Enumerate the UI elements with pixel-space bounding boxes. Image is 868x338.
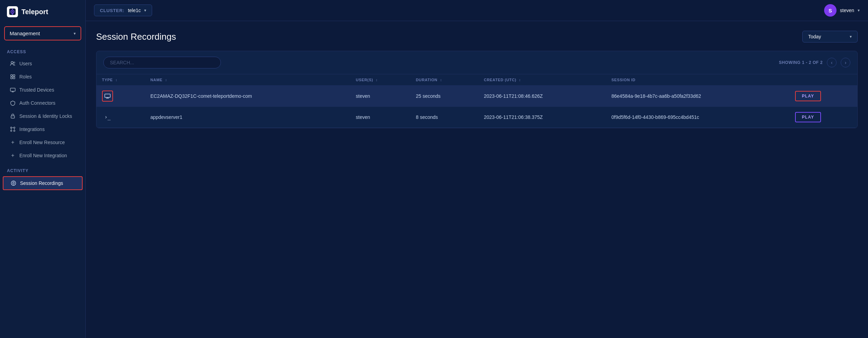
page-header: Session Recordings Today ▾ — [96, 31, 858, 43]
cell-play: PLAY — [790, 86, 857, 107]
svg-rect-7 — [11, 75, 12, 76]
sidebar-item-auth-connectors[interactable]: Auth Connectors — [3, 97, 83, 109]
user-area[interactable]: S steven ▾ — [824, 4, 860, 17]
sidebar-item-trusted-devices-label: Trusted Devices — [19, 87, 54, 93]
user-avatar: S — [824, 4, 837, 17]
svg-rect-14 — [11, 116, 15, 118]
svg-point-5 — [11, 62, 13, 64]
svg-point-2 — [12, 11, 13, 12]
date-filter-chevron-icon: ▾ — [850, 34, 852, 39]
col-users: USER(S) ↕ — [350, 74, 410, 86]
cell-users: steven — [350, 86, 410, 107]
cell-play: PLAY — [790, 107, 857, 128]
svg-rect-8 — [13, 75, 15, 76]
access-section-label: Access — [0, 43, 85, 57]
cell-duration: 8 seconds — [410, 107, 478, 128]
table-header-row: TYPE ↕ NAME ↕ USER(S) ↕ DURATION ↕ CREAT… — [96, 74, 857, 86]
sidebar-item-integrations[interactable]: Integrations — [3, 123, 83, 135]
svg-rect-9 — [11, 77, 12, 79]
sidebar-item-enroll-resource[interactable]: + Enroll New Resource — [3, 136, 83, 149]
logo-text: Teleport — [21, 8, 48, 16]
type-sort-icon: ↕ — [115, 78, 118, 82]
svg-rect-26 — [105, 94, 110, 97]
date-filter-dropdown[interactable]: Today ▾ — [802, 31, 858, 43]
svg-point-18 — [14, 130, 15, 132]
sidebar-item-session-recordings-label: Session Recordings — [20, 180, 63, 186]
date-filter-value: Today — [808, 34, 821, 39]
cell-session-id: 0f9d5f6d-14f0-4430-b869-695cc4bd451c — [606, 107, 790, 128]
col-created: CREATED (UTC) ↕ — [478, 74, 606, 86]
svg-point-23 — [13, 182, 15, 184]
col-type: TYPE ↕ — [96, 74, 145, 86]
topbar: CLUSTER: tele1c ▾ S steven ▾ — [86, 0, 868, 21]
sidebar-item-trusted-devices[interactable]: Trusted Devices — [3, 84, 83, 96]
user-name: steven — [840, 8, 854, 13]
duration-sort-icon: ↕ — [440, 78, 442, 82]
cell-created: 2023-06-11T21:06:38.375Z — [478, 107, 606, 128]
cell-type — [96, 86, 145, 107]
pagination-next-button[interactable]: › — [841, 58, 850, 67]
svg-point-17 — [11, 130, 12, 132]
activity-section-label: Activity — [0, 162, 85, 176]
sidebar-item-enroll-integration-label: Enroll New Integration — [19, 153, 67, 158]
table-toolbar: SHOWING 1 - 2 OF 2 ‹ › — [96, 51, 857, 74]
col-duration: DURATION ↕ — [410, 74, 478, 86]
play-button[interactable]: PLAY — [795, 91, 821, 101]
sidebar-item-session-recordings[interactable]: Session Recordings — [3, 176, 83, 190]
svg-point-16 — [14, 127, 15, 129]
created-sort-icon: ↕ — [519, 78, 521, 82]
management-dropdown[interactable]: Management ▾ — [4, 26, 81, 40]
management-chevron-icon: ▾ — [74, 31, 76, 36]
sidebar-item-users-label: Users — [19, 61, 32, 66]
svg-rect-11 — [10, 88, 15, 91]
sidebar-item-auth-connectors-label: Auth Connectors — [19, 100, 55, 106]
management-label: Management — [10, 30, 40, 36]
cluster-name: tele1c — [128, 8, 141, 13]
cell-created: 2023-06-11T21:08:46.626Z — [478, 86, 606, 107]
device-icon — [10, 87, 16, 93]
cell-duration: 25 seconds — [410, 86, 478, 107]
shield-icon — [10, 100, 16, 106]
play-button[interactable]: PLAY — [795, 112, 821, 122]
lock-icon — [10, 113, 16, 119]
integrations-icon — [10, 126, 16, 132]
svg-point-15 — [11, 127, 12, 129]
pagination-prev-button[interactable]: ‹ — [827, 58, 837, 67]
plus-integration-icon: + — [10, 152, 16, 159]
sidebar-item-enroll-integration[interactable]: + Enroll New Integration — [3, 149, 83, 162]
sidebar-item-users[interactable]: Users — [3, 57, 83, 70]
pagination-text: SHOWING 1 - 2 OF 2 — [779, 60, 823, 65]
sidebar-item-roles[interactable]: Roles — [3, 71, 83, 83]
user-chevron-icon: ▾ — [858, 8, 860, 13]
sidebar-item-session-identity-locks[interactable]: Session & Identity Locks — [3, 110, 83, 122]
search-input[interactable] — [103, 57, 221, 68]
cell-name: EC2AMAZ-DQ32F1C-comet-teleportdemo-com — [145, 86, 350, 107]
sidebar: Teleport Management ▾ Access Users Roles — [0, 0, 86, 338]
svg-point-6 — [13, 62, 15, 63]
cell-name: appdevserver1 — [145, 107, 350, 128]
sidebar-item-session-identity-locks-label: Session & Identity Locks — [19, 113, 72, 119]
roles-icon — [10, 74, 16, 80]
table-row: EC2AMAZ-DQ32F1C-comet-teleportdemo-comst… — [96, 86, 857, 107]
pagination-info: SHOWING 1 - 2 OF 2 ‹ › — [779, 58, 850, 67]
col-session-id: SESSION ID — [606, 74, 790, 86]
cluster-label: CLUSTER: — [100, 8, 124, 13]
recordings-icon — [10, 180, 17, 186]
sidebar-item-integrations-label: Integrations — [19, 126, 45, 132]
col-name: NAME ↕ — [145, 74, 350, 86]
cell-session-id: 86e4584a-9e18-4b7c-aa6b-a50fa2f33d62 — [606, 86, 790, 107]
plus-resource-icon: + — [10, 139, 16, 145]
table-row: ›_ appdevserver1steven8 seconds2023-06-1… — [96, 107, 857, 128]
svg-rect-10 — [13, 77, 15, 79]
cell-type: ›_ — [96, 107, 145, 128]
logo-icon — [7, 6, 18, 17]
cell-users: steven — [350, 107, 410, 128]
col-action — [790, 74, 857, 86]
sidebar-item-roles-label: Roles — [19, 74, 32, 79]
cluster-selector[interactable]: CLUSTER: tele1c ▾ — [94, 4, 152, 16]
cluster-chevron-icon: ▾ — [144, 8, 146, 13]
name-sort-icon: ↕ — [165, 78, 167, 82]
recordings-table-container: SHOWING 1 - 2 OF 2 ‹ › TYPE ↕ NAME ↕ USE… — [96, 51, 858, 128]
recordings-table: TYPE ↕ NAME ↕ USER(S) ↕ DURATION ↕ CREAT… — [96, 74, 857, 128]
main-content: CLUSTER: tele1c ▾ S steven ▾ Session Rec… — [86, 0, 868, 338]
